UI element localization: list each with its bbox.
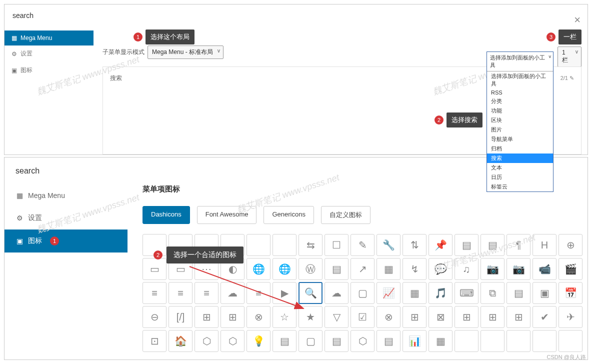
- icon-option[interactable]: ↗: [350, 258, 374, 280]
- icon-option[interactable]: ≡: [168, 282, 192, 304]
- icon-option[interactable]: ▦: [402, 282, 426, 304]
- dropdown-item[interactable]: 归档: [487, 144, 553, 154]
- dropdown-item[interactable]: 文本: [487, 163, 553, 172]
- dropdown-item[interactable]: 日历: [487, 172, 553, 182]
- icon-option[interactable]: ▦: [428, 330, 452, 352]
- dropdown-item[interactable]: 选择添加到面板的小工具: [487, 72, 553, 88]
- icon-option[interactable]: 📹: [532, 258, 556, 280]
- icon-option[interactable]: 🎵: [428, 282, 452, 304]
- dropdown-item[interactable]: 功能: [487, 106, 553, 116]
- icon-option[interactable]: 📊: [402, 330, 426, 352]
- icon-option[interactable]: ⊗: [376, 306, 400, 328]
- icon-option[interactable]: ⊡: [142, 330, 166, 352]
- icon-option[interactable]: ⊖: [142, 306, 166, 328]
- dropdown-item[interactable]: 标签云: [487, 182, 553, 192]
- tab-genericons[interactable]: Genericons: [264, 206, 314, 224]
- icon-option[interactable]: ▤: [324, 330, 348, 352]
- icon-option[interactable]: 📷: [506, 258, 530, 280]
- dropdown-item[interactable]: 搜索: [487, 154, 553, 163]
- icon-option[interactable]: ⇅: [402, 234, 426, 256]
- dropdown-item[interactable]: 导航菜单: [487, 134, 553, 144]
- dropdown-item[interactable]: 图片: [487, 125, 553, 134]
- tab-fontawesome[interactable]: Font Awesome: [197, 206, 257, 224]
- dropdown-item[interactable]: 分类: [487, 96, 553, 106]
- icon-option[interactable]: ▤: [506, 282, 530, 304]
- icon-option[interactable]: ⊗: [246, 306, 270, 328]
- icon-option[interactable]: ▦: [376, 258, 400, 280]
- icon-option[interactable]: ▤: [376, 330, 400, 352]
- icon-option[interactable]: ☐: [324, 234, 348, 256]
- icon-option[interactable]: ▤: [480, 234, 504, 256]
- icon-option[interactable]: ≡: [246, 282, 270, 304]
- icon-option[interactable]: ▢: [298, 330, 322, 352]
- icon-option[interactable]: 📅: [558, 282, 582, 304]
- icon-option[interactable]: 📈: [376, 282, 400, 304]
- icon-option[interactable]: ⊞: [454, 306, 478, 328]
- icon-option[interactable]: 🎬: [558, 258, 582, 280]
- icon-option[interactable]: ☑: [350, 306, 374, 328]
- icon-option[interactable]: ✎: [350, 234, 374, 256]
- icon-option[interactable]: ▤: [272, 330, 296, 352]
- sidebar-item-icons[interactable]: ▣ 图标 1: [4, 230, 128, 252]
- icon-option[interactable]: 🔍: [298, 282, 322, 304]
- icon-option[interactable]: [532, 330, 556, 352]
- icon-option[interactable]: ✈: [558, 306, 582, 328]
- icon-option[interactable]: ⧉: [480, 282, 504, 304]
- dropdown-item[interactable]: 区块: [487, 116, 553, 125]
- icon-option[interactable]: ⊞: [506, 306, 530, 328]
- icon-option[interactable]: ⬡: [220, 330, 244, 352]
- widget-dropdown-open[interactable]: 选择添加到面板的小工具 选择添加到面板的小工具RSS分类功能区块图片导航菜单归档…: [486, 52, 554, 192]
- icon-option[interactable]: ⬡: [350, 330, 374, 352]
- icon-option[interactable]: ▤: [454, 234, 478, 256]
- icon-option[interactable]: H: [532, 234, 556, 256]
- icon-option[interactable]: ☁: [324, 282, 348, 304]
- icon-option[interactable]: ⊠: [428, 306, 452, 328]
- icon-option[interactable]: ¶: [506, 234, 530, 256]
- column-select[interactable]: 1 栏: [558, 46, 582, 67]
- icon-option[interactable]: 🏠: [168, 330, 192, 352]
- icon-option[interactable]: 🌐: [272, 258, 296, 280]
- icon-option[interactable]: 💡: [246, 330, 270, 352]
- icon-option[interactable]: ⬡: [194, 330, 218, 352]
- icon-option[interactable]: [480, 330, 504, 352]
- icon-option[interactable]: ★: [298, 306, 322, 328]
- sidebar-item-mega-menu[interactable]: ▦ Mega Menu: [4, 184, 128, 206]
- icon-option[interactable]: 🔧: [376, 234, 400, 256]
- icon-option[interactable]: 💬: [428, 258, 452, 280]
- icon-option[interactable]: Ⓦ: [298, 258, 322, 280]
- icon-option[interactable]: ✔: [532, 306, 556, 328]
- tab-dashicons[interactable]: Dashicons: [142, 206, 190, 224]
- icon-option[interactable]: ⊞: [194, 306, 218, 328]
- layout-select[interactable]: Mega Menu - 标准布局: [148, 46, 224, 59]
- tab-custom[interactable]: 自定义图标: [321, 206, 370, 224]
- sidebar-item-settings[interactable]: ⚙ 设置: [4, 206, 128, 230]
- icon-option[interactable]: ⊞: [220, 306, 244, 328]
- icon-option[interactable]: ⌨: [454, 282, 478, 304]
- icon-option[interactable]: ▢: [350, 282, 374, 304]
- icon-option[interactable]: ▤: [324, 258, 348, 280]
- icon-option[interactable]: ♫: [454, 258, 478, 280]
- dropdown-selected[interactable]: 选择添加到面板的小工具: [487, 52, 553, 72]
- sidebar-item-mega-menu[interactable]: ▦ Mega Menu: [4, 30, 94, 46]
- icon-option[interactable]: 📌: [428, 234, 452, 256]
- icon-option[interactable]: ⊞: [480, 306, 504, 328]
- icon-option[interactable]: ☁: [220, 282, 244, 304]
- icon-option[interactable]: [/]: [168, 306, 192, 328]
- icon-option[interactable]: ⇆: [298, 234, 322, 256]
- close-icon[interactable]: ×: [574, 14, 580, 26]
- icon-option[interactable]: ↯: [402, 258, 426, 280]
- icon-option[interactable]: 📷: [480, 258, 504, 280]
- icon-option[interactable]: [272, 234, 296, 256]
- icon-option[interactable]: ≡: [142, 282, 166, 304]
- icon-option[interactable]: 🌐: [246, 258, 270, 280]
- icon-option[interactable]: ▶: [272, 282, 296, 304]
- icon-option[interactable]: [454, 330, 478, 352]
- icon-option[interactable]: ⊕: [558, 234, 582, 256]
- icon-option[interactable]: ▽: [324, 306, 348, 328]
- icon-option[interactable]: ⊞: [402, 306, 426, 328]
- icon-option[interactable]: [246, 234, 270, 256]
- icon-option[interactable]: ≡: [194, 282, 218, 304]
- icon-option[interactable]: [506, 330, 530, 352]
- icon-option[interactable]: ▣: [532, 282, 556, 304]
- icon-option[interactable]: ☆: [272, 306, 296, 328]
